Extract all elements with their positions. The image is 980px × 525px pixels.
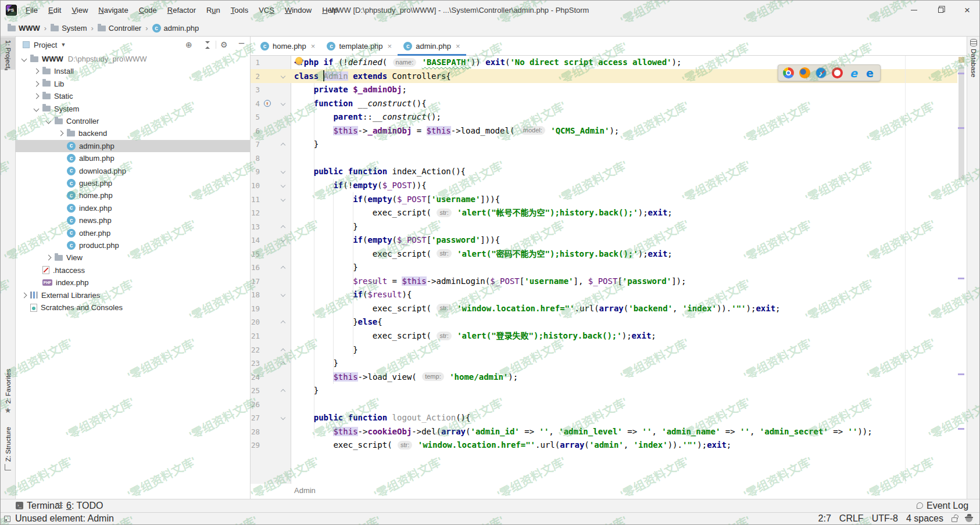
ie-browser-icon[interactable]: e xyxy=(848,67,859,78)
fold-close-icon[interactable] xyxy=(281,225,285,229)
breadcrumb-item-controller[interactable]: Controller xyxy=(98,24,141,33)
chrome-browser-icon[interactable] xyxy=(783,67,794,78)
line-number[interactable]: 9 xyxy=(233,165,260,179)
line-number[interactable]: 18 xyxy=(233,288,260,302)
line-number[interactable]: 25 xyxy=(233,384,260,398)
line-ending[interactable]: CRLF xyxy=(839,513,864,524)
menu-window[interactable]: Window xyxy=(280,1,317,20)
menu-navigate[interactable]: Navigate xyxy=(93,1,133,20)
tab-close-icon[interactable]: × xyxy=(311,42,316,51)
maximize-button[interactable] xyxy=(927,1,954,20)
line-number[interactable]: 26 xyxy=(233,398,260,412)
line-number[interactable]: 16 xyxy=(233,261,260,275)
line-number[interactable]: 11 xyxy=(233,193,260,207)
menu-code[interactable]: Code xyxy=(134,1,162,20)
stripe-tab-database[interactable]: Database xyxy=(967,39,980,77)
line-number[interactable]: 6 xyxy=(233,124,260,138)
error-stripe-mark[interactable] xyxy=(958,278,964,279)
fold-open-icon[interactable] xyxy=(281,169,285,174)
opera-browser-icon[interactable] xyxy=(832,67,843,78)
safari-browser-icon[interactable] xyxy=(816,67,827,78)
fold-open-icon[interactable] xyxy=(281,196,285,201)
menu-refactor[interactable]: Refactor xyxy=(162,1,201,20)
line-number[interactable]: 13 xyxy=(233,220,260,234)
editor-breadcrumb[interactable]: Admin xyxy=(294,486,316,495)
collapse-all-icon[interactable] xyxy=(204,41,211,49)
intention-bulb-icon[interactable] xyxy=(295,57,303,64)
line-number[interactable]: 21 xyxy=(233,329,260,343)
editor-tab-home-php[interactable]: chome.php× xyxy=(255,37,321,56)
token-pln: ]); xyxy=(671,276,686,286)
firefox-browser-icon[interactable] xyxy=(799,67,810,78)
hide-panel-icon[interactable]: ─ xyxy=(239,38,244,49)
line-number[interactable]: 20 xyxy=(233,315,260,329)
tab-close-icon[interactable]: × xyxy=(388,42,392,51)
terminal-toolwindow-button[interactable]: ›_ Terminal xyxy=(16,499,62,512)
menu-file[interactable]: File xyxy=(20,1,43,20)
tab-close-icon[interactable]: × xyxy=(456,42,460,51)
line-number[interactable]: 1 xyxy=(233,56,260,70)
breadcrumb-item-admin-php[interactable]: cadmin.php xyxy=(152,24,199,33)
fold-close-icon[interactable] xyxy=(281,321,285,325)
fold-close-icon[interactable] xyxy=(281,362,285,366)
fold-close-icon[interactable] xyxy=(281,389,285,394)
line-number[interactable]: 28 xyxy=(233,425,260,439)
line-number[interactable]: 5 xyxy=(233,110,260,124)
toolwindow-switcher-icon[interactable] xyxy=(4,516,10,522)
line-number[interactable]: 4 xyxy=(233,97,260,111)
line-number[interactable]: 24 xyxy=(233,371,260,384)
lock-icon[interactable] xyxy=(952,517,957,522)
menu-run[interactable]: Run xyxy=(201,1,226,20)
minimize-button[interactable] xyxy=(900,1,927,20)
line-number[interactable]: 29 xyxy=(233,438,260,452)
event-log-button[interactable]: Event Log xyxy=(917,499,968,512)
error-stripe-mark[interactable] xyxy=(958,373,964,375)
line-number[interactable]: 8 xyxy=(233,152,260,166)
fold-close-icon[interactable] xyxy=(281,143,285,148)
todo-toolwindow-button[interactable]: 6: TODO xyxy=(56,499,103,512)
fold-close-icon[interactable] xyxy=(281,266,285,271)
menu-edit[interactable]: Edit xyxy=(43,1,66,20)
fold-open-icon[interactable] xyxy=(281,183,285,188)
indent-size[interactable]: 4 spaces xyxy=(906,513,943,524)
close-button[interactable]: × xyxy=(954,1,980,20)
fold-open-icon[interactable] xyxy=(281,415,285,420)
line-number[interactable]: 12 xyxy=(233,206,260,220)
line-number[interactable]: 22 xyxy=(233,343,260,357)
line-number[interactable]: 3 xyxy=(233,83,260,97)
fold-open-icon[interactable] xyxy=(281,73,285,78)
breadcrumb-item-system[interactable]: System xyxy=(51,24,87,33)
locate-file-icon[interactable]: ⊕ xyxy=(185,40,192,49)
error-stripe-mark[interactable] xyxy=(958,428,964,430)
error-stripe-mark[interactable] xyxy=(958,73,964,74)
scrollbar-thumb[interactable] xyxy=(958,64,964,181)
edge-browser-icon[interactable]: e xyxy=(864,67,875,78)
inspections-hector-icon[interactable] xyxy=(965,515,972,522)
file-encoding[interactable]: UTF-8 xyxy=(872,513,898,524)
fold-open-icon[interactable] xyxy=(281,100,285,105)
fold-open-icon[interactable] xyxy=(281,292,285,297)
line-number[interactable]: 10 xyxy=(233,179,260,193)
line-number[interactable]: 19 xyxy=(233,302,260,316)
breadcrumb-item-www[interactable]: WWW xyxy=(8,24,40,33)
overrides-method-icon[interactable]: ↑ xyxy=(264,100,271,107)
line-number[interactable]: 14 xyxy=(233,233,260,247)
line-number[interactable]: 23 xyxy=(233,357,260,371)
menu-view[interactable]: View xyxy=(66,1,93,20)
project-panel-title[interactable]: Project xyxy=(34,41,57,49)
menu-vcs[interactable]: VCS xyxy=(253,1,280,20)
inspection-status-square[interactable] xyxy=(958,57,964,63)
line-number[interactable]: 15 xyxy=(233,247,260,261)
line-number[interactable]: 2 xyxy=(233,70,260,84)
line-number[interactable]: 17 xyxy=(233,275,260,289)
editor-tab-admin-php[interactable]: cadmin.php× xyxy=(398,37,466,56)
caret-position[interactable]: 2:7 xyxy=(818,513,831,524)
fold-close-icon[interactable] xyxy=(281,348,285,353)
editor-tab-template-php[interactable]: ctemplate.php× xyxy=(321,37,398,56)
line-number[interactable]: 7 xyxy=(233,138,260,152)
error-stripe-mark[interactable] xyxy=(958,127,964,129)
menu-tools[interactable]: Tools xyxy=(226,1,253,20)
gear-icon[interactable]: ⚙ xyxy=(220,40,228,49)
fold-open-icon[interactable] xyxy=(281,238,285,242)
line-number[interactable]: 27 xyxy=(233,411,260,425)
